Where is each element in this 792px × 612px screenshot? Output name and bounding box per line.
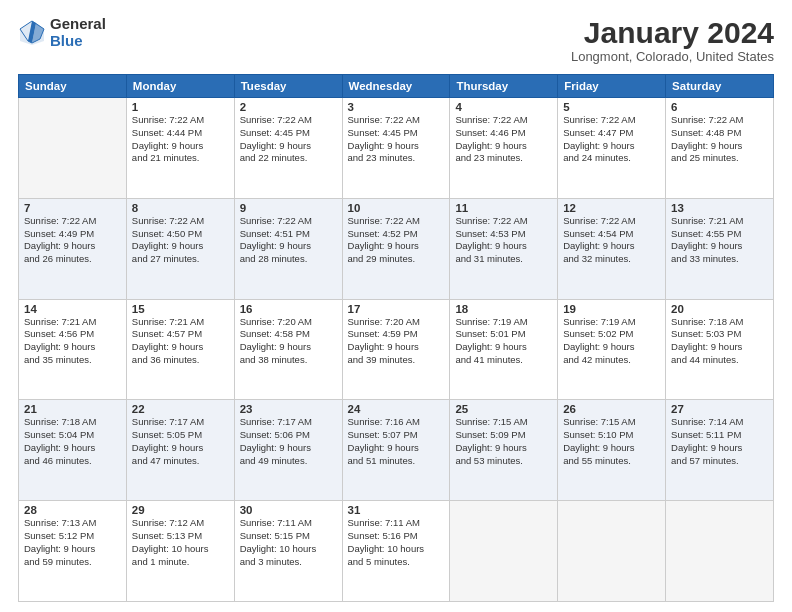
- day-info: Sunrise: 7:20 AM Sunset: 4:59 PM Dayligh…: [348, 316, 445, 367]
- day-info: Sunrise: 7:11 AM Sunset: 5:16 PM Dayligh…: [348, 517, 445, 568]
- day-number: 16: [240, 303, 337, 315]
- day-number: 10: [348, 202, 445, 214]
- calendar-day-cell: 15Sunrise: 7:21 AM Sunset: 4:57 PM Dayli…: [126, 299, 234, 400]
- day-number: 30: [240, 504, 337, 516]
- calendar-day-cell: [666, 501, 774, 602]
- calendar-day-cell: 3Sunrise: 7:22 AM Sunset: 4:45 PM Daylig…: [342, 98, 450, 199]
- calendar-day-cell: 5Sunrise: 7:22 AM Sunset: 4:47 PM Daylig…: [558, 98, 666, 199]
- day-info: Sunrise: 7:15 AM Sunset: 5:09 PM Dayligh…: [455, 416, 552, 467]
- day-number: 20: [671, 303, 768, 315]
- day-info: Sunrise: 7:22 AM Sunset: 4:52 PM Dayligh…: [348, 215, 445, 266]
- day-number: 2: [240, 101, 337, 113]
- day-info: Sunrise: 7:17 AM Sunset: 5:06 PM Dayligh…: [240, 416, 337, 467]
- day-info: Sunrise: 7:22 AM Sunset: 4:45 PM Dayligh…: [348, 114, 445, 165]
- day-info: Sunrise: 7:21 AM Sunset: 4:56 PM Dayligh…: [24, 316, 121, 367]
- calendar-day-cell: 30Sunrise: 7:11 AM Sunset: 5:15 PM Dayli…: [234, 501, 342, 602]
- calendar-day-cell: 12Sunrise: 7:22 AM Sunset: 4:54 PM Dayli…: [558, 198, 666, 299]
- day-info: Sunrise: 7:19 AM Sunset: 5:02 PM Dayligh…: [563, 316, 660, 367]
- calendar-day-cell: 13Sunrise: 7:21 AM Sunset: 4:55 PM Dayli…: [666, 198, 774, 299]
- calendar-day-cell: 22Sunrise: 7:17 AM Sunset: 5:05 PM Dayli…: [126, 400, 234, 501]
- day-number: 1: [132, 101, 229, 113]
- day-info: Sunrise: 7:22 AM Sunset: 4:51 PM Dayligh…: [240, 215, 337, 266]
- calendar-day-cell: 4Sunrise: 7:22 AM Sunset: 4:46 PM Daylig…: [450, 98, 558, 199]
- calendar-day-cell: 16Sunrise: 7:20 AM Sunset: 4:58 PM Dayli…: [234, 299, 342, 400]
- calendar-day-cell: 29Sunrise: 7:12 AM Sunset: 5:13 PM Dayli…: [126, 501, 234, 602]
- day-number: 6: [671, 101, 768, 113]
- calendar-day-cell: [450, 501, 558, 602]
- day-number: 21: [24, 403, 121, 415]
- calendar-day-cell: 1Sunrise: 7:22 AM Sunset: 4:44 PM Daylig…: [126, 98, 234, 199]
- calendar-day-cell: 7Sunrise: 7:22 AM Sunset: 4:49 PM Daylig…: [19, 198, 127, 299]
- calendar-day-cell: 9Sunrise: 7:22 AM Sunset: 4:51 PM Daylig…: [234, 198, 342, 299]
- calendar-day-cell: 23Sunrise: 7:17 AM Sunset: 5:06 PM Dayli…: [234, 400, 342, 501]
- title-block: January 2024 Longmont, Colorado, United …: [571, 16, 774, 64]
- day-info: Sunrise: 7:22 AM Sunset: 4:46 PM Dayligh…: [455, 114, 552, 165]
- day-info: Sunrise: 7:22 AM Sunset: 4:44 PM Dayligh…: [132, 114, 229, 165]
- day-info: Sunrise: 7:22 AM Sunset: 4:47 PM Dayligh…: [563, 114, 660, 165]
- logo-icon: [18, 19, 46, 47]
- day-info: Sunrise: 7:14 AM Sunset: 5:11 PM Dayligh…: [671, 416, 768, 467]
- calendar-day-cell: 2Sunrise: 7:22 AM Sunset: 4:45 PM Daylig…: [234, 98, 342, 199]
- calendar-day-cell: 24Sunrise: 7:16 AM Sunset: 5:07 PM Dayli…: [342, 400, 450, 501]
- day-info: Sunrise: 7:21 AM Sunset: 4:55 PM Dayligh…: [671, 215, 768, 266]
- calendar-day-header: Monday: [126, 75, 234, 98]
- day-number: 9: [240, 202, 337, 214]
- location: Longmont, Colorado, United States: [571, 49, 774, 64]
- logo-general: General: [50, 16, 106, 33]
- day-info: Sunrise: 7:21 AM Sunset: 4:57 PM Dayligh…: [132, 316, 229, 367]
- calendar-week-row: 7Sunrise: 7:22 AM Sunset: 4:49 PM Daylig…: [19, 198, 774, 299]
- day-info: Sunrise: 7:13 AM Sunset: 5:12 PM Dayligh…: [24, 517, 121, 568]
- day-info: Sunrise: 7:16 AM Sunset: 5:07 PM Dayligh…: [348, 416, 445, 467]
- day-number: 7: [24, 202, 121, 214]
- day-number: 23: [240, 403, 337, 415]
- calendar-week-row: 1Sunrise: 7:22 AM Sunset: 4:44 PM Daylig…: [19, 98, 774, 199]
- calendar-table: SundayMondayTuesdayWednesdayThursdayFrid…: [18, 74, 774, 602]
- calendar-day-cell: 8Sunrise: 7:22 AM Sunset: 4:50 PM Daylig…: [126, 198, 234, 299]
- day-info: Sunrise: 7:17 AM Sunset: 5:05 PM Dayligh…: [132, 416, 229, 467]
- day-number: 11: [455, 202, 552, 214]
- day-number: 18: [455, 303, 552, 315]
- logo-text: General Blue: [50, 16, 106, 49]
- day-number: 17: [348, 303, 445, 315]
- calendar-day-cell: 19Sunrise: 7:19 AM Sunset: 5:02 PM Dayli…: [558, 299, 666, 400]
- calendar-day-cell: [558, 501, 666, 602]
- calendar-day-cell: 27Sunrise: 7:14 AM Sunset: 5:11 PM Dayli…: [666, 400, 774, 501]
- calendar-header-row: SundayMondayTuesdayWednesdayThursdayFrid…: [19, 75, 774, 98]
- calendar-week-row: 28Sunrise: 7:13 AM Sunset: 5:12 PM Dayli…: [19, 501, 774, 602]
- calendar-day-cell: 20Sunrise: 7:18 AM Sunset: 5:03 PM Dayli…: [666, 299, 774, 400]
- calendar-day-cell: 31Sunrise: 7:11 AM Sunset: 5:16 PM Dayli…: [342, 501, 450, 602]
- day-info: Sunrise: 7:22 AM Sunset: 4:45 PM Dayligh…: [240, 114, 337, 165]
- day-number: 15: [132, 303, 229, 315]
- calendar-day-header: Wednesday: [342, 75, 450, 98]
- day-number: 26: [563, 403, 660, 415]
- calendar-day-cell: 10Sunrise: 7:22 AM Sunset: 4:52 PM Dayli…: [342, 198, 450, 299]
- day-info: Sunrise: 7:22 AM Sunset: 4:48 PM Dayligh…: [671, 114, 768, 165]
- calendar-day-cell: 18Sunrise: 7:19 AM Sunset: 5:01 PM Dayli…: [450, 299, 558, 400]
- day-info: Sunrise: 7:12 AM Sunset: 5:13 PM Dayligh…: [132, 517, 229, 568]
- day-info: Sunrise: 7:22 AM Sunset: 4:54 PM Dayligh…: [563, 215, 660, 266]
- day-number: 19: [563, 303, 660, 315]
- day-number: 13: [671, 202, 768, 214]
- calendar-day-header: Sunday: [19, 75, 127, 98]
- day-info: Sunrise: 7:22 AM Sunset: 4:53 PM Dayligh…: [455, 215, 552, 266]
- logo: General Blue: [18, 16, 106, 49]
- calendar-day-cell: 11Sunrise: 7:22 AM Sunset: 4:53 PM Dayli…: [450, 198, 558, 299]
- day-number: 27: [671, 403, 768, 415]
- day-info: Sunrise: 7:18 AM Sunset: 5:03 PM Dayligh…: [671, 316, 768, 367]
- page: General Blue January 2024 Longmont, Colo…: [0, 0, 792, 612]
- day-number: 29: [132, 504, 229, 516]
- day-number: 8: [132, 202, 229, 214]
- day-number: 4: [455, 101, 552, 113]
- day-info: Sunrise: 7:20 AM Sunset: 4:58 PM Dayligh…: [240, 316, 337, 367]
- calendar-week-row: 14Sunrise: 7:21 AM Sunset: 4:56 PM Dayli…: [19, 299, 774, 400]
- calendar-day-cell: [19, 98, 127, 199]
- logo-blue: Blue: [50, 33, 106, 50]
- day-number: 31: [348, 504, 445, 516]
- day-number: 24: [348, 403, 445, 415]
- day-info: Sunrise: 7:22 AM Sunset: 4:50 PM Dayligh…: [132, 215, 229, 266]
- day-number: 3: [348, 101, 445, 113]
- calendar-day-header: Tuesday: [234, 75, 342, 98]
- header: General Blue January 2024 Longmont, Colo…: [18, 16, 774, 64]
- day-number: 14: [24, 303, 121, 315]
- calendar-week-row: 21Sunrise: 7:18 AM Sunset: 5:04 PM Dayli…: [19, 400, 774, 501]
